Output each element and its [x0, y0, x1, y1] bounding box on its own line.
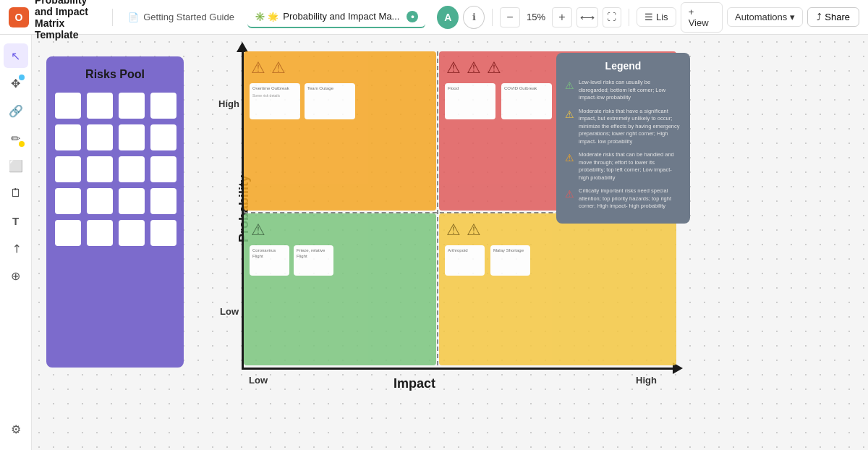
risks-pool-title: Risks Pool: [55, 68, 175, 81]
topbar-actions: A ℹ − 15% + ⟷ ⛶ ☰ Lis + View Automations…: [437, 2, 859, 33]
text-tool[interactable]: T: [4, 208, 28, 233]
automations-button[interactable]: Automations ▾: [727, 7, 803, 27]
orange-cards: Overtime Outbreak Some risk details Team…: [244, 77, 436, 119]
select-tool[interactable]: ↖: [4, 43, 28, 68]
left-toolbar: ↖ ✥ 🔗 ✏ ⬜ 🗒 T ↗ ⊕ ⚙: [0, 35, 32, 450]
hand-tool[interactable]: ✥: [4, 71, 28, 95]
legend-red-icon: ⚠: [565, 188, 574, 200]
fullscreen-button[interactable]: ⛶: [603, 7, 621, 27]
x-axis: [242, 368, 676, 370]
list-item: [55, 220, 81, 246]
x-low-label: Low: [249, 375, 268, 386]
legend-orange-icon: ⚠: [565, 152, 574, 164]
list-item: [87, 220, 113, 246]
green-warning-icons: ⚠: [244, 213, 436, 239]
legend-green-icon: ⚠: [565, 80, 574, 91]
list-item: [150, 220, 176, 246]
warning-icon: ⚠: [446, 221, 461, 239]
card-text: Flood: [448, 86, 493, 92]
list-item: [119, 220, 145, 246]
risk-card-item: Flood: [445, 83, 495, 119]
fit-button[interactable]: ⟷: [576, 7, 598, 27]
y-high-label: High: [218, 98, 239, 109]
divider: [629, 9, 629, 26]
list-item: [150, 188, 176, 214]
y-low-label: Low: [220, 306, 239, 317]
warning-icon: ⚠: [251, 221, 265, 239]
warning-icon: ⚠: [467, 59, 481, 77]
line-tool[interactable]: ↗: [0, 231, 33, 266]
link-tool[interactable]: 🔗: [4, 98, 28, 123]
list-item: [119, 188, 145, 214]
pen-tool[interactable]: ✏: [4, 126, 28, 150]
risk-card-item: Overtime Outbreak Some risk details: [250, 83, 300, 119]
legend-yellow-icon: ⚠: [565, 109, 574, 120]
list-item: [87, 93, 113, 119]
quadrant-yellow: ⚠ ⚠ Arthropoid Malay Shortage: [439, 213, 676, 365]
active-tab-indicator: ●: [407, 11, 418, 22]
warning-icon: ⚠: [271, 59, 286, 77]
legend-item-yellow: ⚠ Moderate risks that have a significant…: [565, 108, 681, 146]
risk-card-item: Coronavirus Flight: [250, 245, 289, 276]
list-item: [119, 93, 145, 119]
main-area: ↖ ✥ 🔗 ✏ ⬜ 🗒 T ↗ ⊕ ⚙ Risks Pool: [0, 35, 868, 450]
x-high-label: High: [636, 375, 657, 386]
topbar: O Probability and Impact Matrix Template…: [0, 0, 868, 35]
card-text: COVID Outbreak: [504, 86, 549, 92]
card-text: Arthropoid: [448, 248, 482, 254]
list-item: [119, 156, 145, 182]
warning-icon: ⚠: [446, 59, 461, 77]
orange-warning-icons: ⚠ ⚠: [244, 51, 436, 77]
list-item: [87, 188, 113, 214]
green-cards: Coronavirus Flight Frieze, relative Flig…: [244, 239, 436, 276]
list-button[interactable]: ☰ Lis: [637, 7, 676, 27]
share-icon: ⤴: [817, 12, 822, 22]
quadrant-green: ⚠ Coronavirus Flight Frieze, relative Fl…: [244, 213, 436, 365]
yellow-cards: Arthropoid Malay Shortage: [439, 239, 676, 276]
page-title: Probability and Impact Matrix Template: [35, 0, 98, 41]
share-button[interactable]: ⤴ Share: [807, 7, 859, 27]
zoom-controls: − 15% +: [500, 7, 572, 27]
list-item: [150, 124, 176, 150]
shape-tool[interactable]: ⬜: [4, 153, 28, 178]
list-item: [150, 93, 176, 119]
note-tool[interactable]: 🗒: [4, 181, 28, 205]
card-text: Overtime Outbreak: [252, 86, 297, 92]
tab-matrix[interactable]: ✳️ 🌟 Probability and Impact Ma... ●: [247, 7, 425, 28]
zoom-in-button[interactable]: +: [552, 7, 572, 27]
risk-card-item: Malay Shortage: [490, 245, 530, 276]
card-text: Malay Shortage: [493, 248, 527, 254]
warning-icon: ⚠: [467, 221, 481, 239]
list-item: [55, 124, 81, 150]
risks-grid: [55, 93, 175, 246]
list-item: [150, 156, 176, 182]
list-item: [55, 156, 81, 182]
legend-red-text: Critically important risks need special …: [579, 187, 681, 211]
risk-card-item: Arthropoid: [445, 245, 485, 276]
legend-title: Legend: [565, 60, 681, 72]
risk-card-item: Frieze, relative Flight: [294, 245, 333, 276]
warning-icon: ⚠: [487, 59, 501, 77]
matrix-container: Probability Impact High Low Low High ⚠ ⚠…: [198, 35, 690, 404]
risk-card-item: Team Outage: [305, 83, 355, 119]
tool-dot-blue: [19, 75, 25, 80]
legend-item-green: ⚠ Low-level risks can usually be disrega…: [565, 79, 681, 102]
info-button[interactable]: ℹ: [463, 6, 485, 29]
settings-tool[interactable]: ⚙: [4, 417, 28, 441]
list-item: [55, 93, 81, 119]
legend-green-text: Low-level risks can usually be disregard…: [579, 79, 681, 102]
zoom-level-display: 15%: [523, 12, 549, 22]
more-tool[interactable]: ⊕: [4, 263, 28, 288]
list-item: [87, 124, 113, 150]
matrix-icon: ✳️ 🌟: [255, 12, 278, 22]
user-avatar[interactable]: A: [437, 6, 459, 29]
list-item: [119, 124, 145, 150]
legend-orange-text: Moderate risks that can be handled and m…: [579, 151, 681, 182]
canvas-area[interactable]: Risks Pool: [32, 35, 868, 450]
view-button[interactable]: + View: [681, 2, 723, 33]
quadrant-orange: ⚠ ⚠ Overtime Outbreak Some risk details …: [244, 51, 436, 211]
zoom-out-button[interactable]: −: [500, 7, 520, 27]
legend: Legend ⚠ Low-level risks can usually be …: [556, 53, 690, 224]
tab-getting-started[interactable]: 📄 Getting Started Guide: [121, 7, 242, 27]
tab-matrix-label: Probability and Impact Ma...: [283, 11, 399, 22]
